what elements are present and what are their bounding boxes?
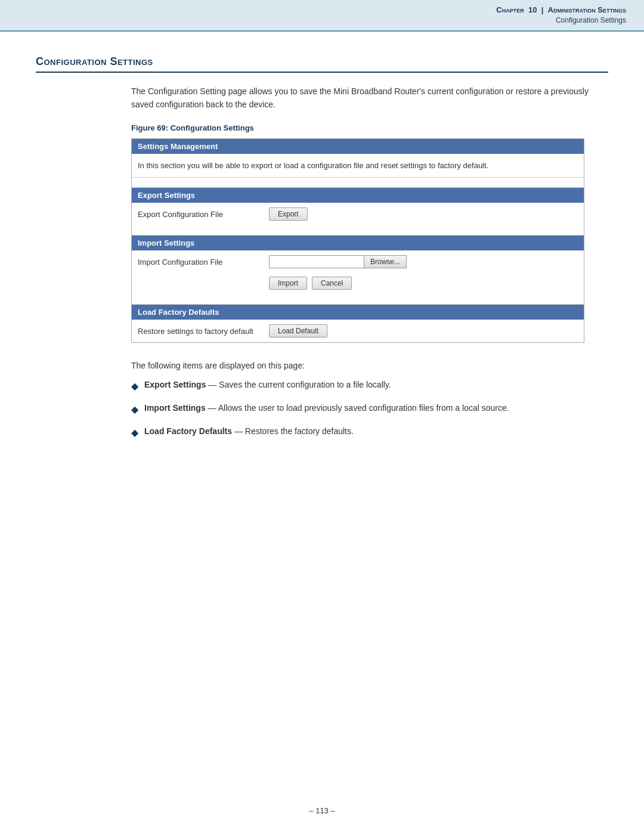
- intro-paragraph: The Configuration Setting page allows yo…: [131, 85, 608, 112]
- browse-button[interactable]: Browse...: [364, 255, 407, 268]
- header-right: Chapter 10 | Administration Settings Con…: [496, 5, 626, 26]
- bullet-item-import: ◆ Import Settings — Allows the user to l…: [131, 402, 584, 417]
- page-header: Chapter 10 | Administration Settings Con…: [0, 0, 644, 32]
- bullet-term-export: Export Settings: [144, 380, 206, 389]
- load-factory-row: Restore settings to factory default Load…: [132, 320, 584, 342]
- export-config-label: Export Configuration File: [138, 210, 269, 219]
- export-settings-header: Export Settings: [132, 188, 584, 203]
- bullet-desc-import: — Allows the user to load previously sav…: [206, 403, 509, 413]
- chapter-number: 10: [528, 5, 537, 14]
- bullet-diamond-1: ◆: [131, 379, 138, 394]
- main-content: Configuration Settings The Configuration…: [0, 32, 644, 473]
- bullets-intro: The following items are displayed on thi…: [131, 361, 584, 370]
- export-settings-section: Export Settings Export Configuration Fil…: [132, 187, 584, 225]
- load-default-button[interactable]: Load Default: [269, 324, 327, 337]
- header-subtitle: Configuration Settings: [496, 16, 626, 26]
- load-factory-controls: Load Default: [269, 324, 327, 337]
- bullet-text-factory: Load Factory Defaults — Restores the fac…: [144, 425, 354, 438]
- page-number: – 113 –: [309, 806, 335, 815]
- spacer1: [132, 178, 584, 187]
- import-button[interactable]: Import: [269, 277, 307, 290]
- import-cancel-row: Import Cancel: [132, 273, 584, 295]
- bullet-term-import: Import Settings: [144, 403, 206, 413]
- spacer3: [132, 295, 584, 304]
- section-title: Configuration Settings: [36, 55, 608, 68]
- export-controls: Export: [269, 208, 308, 221]
- bullet-diamond-2: ◆: [131, 402, 138, 417]
- export-button[interactable]: Export: [269, 208, 308, 221]
- file-text-input[interactable]: [269, 255, 364, 268]
- figure-caption: Figure 69: Configuration Settings: [131, 123, 608, 132]
- section-title-block: Configuration Settings: [36, 55, 608, 73]
- footer: – 113 –: [0, 806, 644, 815]
- bullets-section: The following items are displayed on thi…: [131, 361, 584, 440]
- import-settings-header: Import Settings: [132, 236, 584, 250]
- bullet-diamond-3: ◆: [131, 426, 138, 440]
- export-row: Export Configuration File Export: [132, 203, 584, 225]
- bullet-term-factory: Load Factory Defaults: [144, 426, 232, 436]
- settings-management-header: Settings Management: [132, 139, 584, 154]
- load-factory-header: Load Factory Defaults: [132, 305, 584, 320]
- bullet-desc-factory: — Restores the factory defaults.: [232, 426, 354, 436]
- bullet-text-export: Export Settings — Saves the current conf…: [144, 379, 391, 391]
- import-controls: Browse...: [269, 255, 407, 268]
- bullet-item-factory: ◆ Load Factory Defaults — Restores the f…: [131, 425, 584, 440]
- import-settings-section: Import Settings Import Configuration Fil…: [132, 235, 584, 295]
- spacer2: [132, 225, 584, 235]
- bullet-item-export: ◆ Export Settings — Saves the current co…: [131, 379, 584, 394]
- import-config-label: Import Configuration File: [138, 258, 269, 267]
- bullet-desc-export: — Saves the current configuration to a f…: [206, 380, 391, 389]
- chapter-label: Chapter 10 | Administration Settings: [496, 5, 626, 16]
- header-title: Administration Settings: [548, 5, 627, 14]
- load-factory-section: Load Factory Defaults Restore settings t…: [132, 304, 584, 342]
- settings-management-description: In this section you will be able to expo…: [132, 154, 584, 178]
- cancel-button[interactable]: Cancel: [312, 277, 352, 290]
- config-panel: Settings Management In this section you …: [131, 138, 584, 343]
- header-separator: |: [541, 5, 544, 14]
- import-row: Import Configuration File Browse...: [132, 250, 584, 273]
- restore-label: Restore settings to factory default: [138, 327, 269, 336]
- bullet-text-import: Import Settings — Allows the user to loa…: [144, 402, 509, 414]
- chapter-word: Chapter: [496, 5, 524, 14]
